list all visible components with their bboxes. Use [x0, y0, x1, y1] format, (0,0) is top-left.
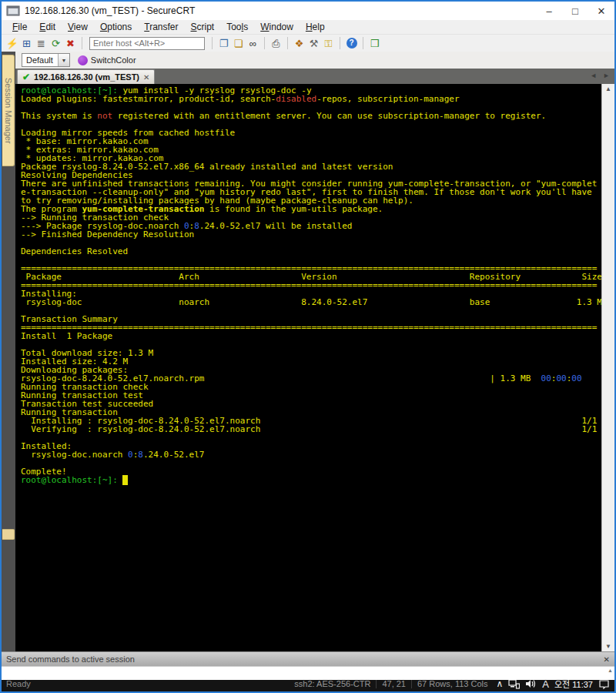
ime-indicator[interactable]: A: [542, 678, 549, 690]
copy-icon[interactable]: ❐: [216, 36, 231, 50]
menu-window[interactable]: Window: [254, 21, 300, 33]
toolbar-separator: [340, 37, 340, 49]
tab-scroll-left-icon[interactable]: ◄: [590, 72, 597, 79]
securecrt-window: 192.168.126.30 (vm_TEST) - SecureCRT – □…: [0, 0, 616, 693]
connected-check-icon: ✔: [22, 72, 30, 82]
terminal-line: Install 1 Package: [21, 332, 601, 340]
scroll-down-icon[interactable]: ▼: [605, 641, 611, 651]
key-icon[interactable]: ⚿: [321, 36, 336, 50]
menu-script[interactable]: Script: [185, 21, 221, 33]
command-input-row: ▲: [2, 666, 614, 676]
status-protocol: ssh2: AES-256-CTR: [294, 679, 370, 688]
session-manager-icon[interactable]: ≣: [34, 36, 49, 50]
toolbar-separator: [212, 37, 213, 49]
terminal-line: Verifying : rsyslog-doc-8.24.0-52.el7.no…: [21, 425, 601, 434]
session-manager-vertical-tab[interactable]: Session Manager: [2, 55, 15, 166]
notification-icon[interactable]: [598, 679, 610, 689]
network-icon[interactable]: [508, 679, 520, 689]
find-icon[interactable]: ∞: [246, 36, 260, 50]
window-title: 192.168.126.30 (vm_TEST) - SecureCRT: [25, 5, 195, 16]
print-icon[interactable]: ⎙: [269, 36, 283, 50]
close-icon[interactable]: ✕: [588, 2, 614, 20]
terminal-line: ========================================…: [21, 281, 601, 290]
toolbar-separator: [82, 37, 82, 49]
new-window-icon[interactable]: ❒: [367, 36, 382, 50]
sidebar-collapsed-tab[interactable]: [2, 529, 15, 540]
status-ready: Ready: [6, 679, 31, 688]
session-tab[interactable]: ✔ 192.168.126.30 (vm_TEST) ✕: [17, 69, 155, 84]
command-window-title: Send commands to active session: [6, 654, 135, 664]
session-manager-label: Session Manager: [4, 78, 13, 144]
menu-transfer[interactable]: Transfer: [138, 21, 184, 33]
tab-close-icon[interactable]: ✕: [143, 73, 149, 82]
connect-in-tab-icon[interactable]: ⊞: [19, 36, 34, 50]
properties-icon[interactable]: ❖: [292, 36, 306, 50]
sidebar-strip: Session Manager: [2, 52, 15, 651]
menu-options[interactable]: Options: [94, 21, 138, 33]
menu-file[interactable]: File: [6, 21, 33, 33]
menu-view[interactable]: View: [62, 21, 94, 33]
command-scroll-up-icon[interactable]: ▲: [608, 668, 613, 673]
terminal-line: --> Finished Dependency Resolution: [21, 230, 601, 239]
toolbar-separator: [264, 37, 265, 49]
terminal-line: [21, 459, 601, 467]
tray-chevron-up-icon[interactable]: ∧: [497, 678, 504, 689]
host-input[interactable]: [89, 37, 205, 50]
main-toolbar: ⚡⊞≣⟳✖ ❐❏∞ ⎙ ❖⚒⚿ ? ❒: [2, 35, 614, 52]
paste-icon[interactable]: ❏: [231, 36, 246, 50]
terminal-line: This system is not registered with an en…: [21, 112, 601, 120]
chevron-down-icon[interactable]: ▼: [58, 54, 69, 66]
maximize-icon[interactable]: □: [562, 2, 588, 20]
keymap-dropdown[interactable]: Default ▼: [22, 53, 70, 67]
session-options-icon[interactable]: ⚒: [306, 36, 321, 50]
switchcolor-icon[interactable]: [78, 55, 88, 65]
speaker-icon[interactable]: [525, 679, 537, 688]
menu-edit[interactable]: Edit: [33, 21, 62, 33]
app-icon: [6, 5, 20, 16]
disconnect-icon[interactable]: ✖: [63, 36, 78, 50]
session-toolbar: Default ▼ SwitchColor: [15, 52, 614, 69]
command-window-header[interactable]: Send commands to active session ✕: [2, 651, 614, 666]
terminal-line: [21, 434, 601, 442]
command-input[interactable]: [2, 671, 614, 680]
menu-bar: FileEditViewOptionsTransferScriptToolsWi…: [2, 20, 614, 35]
toolbar-separator: [287, 37, 288, 49]
title-bar: 192.168.126.30 (vm_TEST) - SecureCRT – □…: [2, 2, 614, 20]
terminal-line: rsyslog-doc noarch 8.24.0-52.el7 base 1.…: [21, 298, 601, 306]
toolbar-separator: [363, 37, 363, 49]
terminal-screen[interactable]: root@localhost:[~]: yum install -y rsysl…: [15, 84, 601, 651]
status-terminal-size: 67 Rows, 113 Cols: [417, 679, 488, 688]
reconnect-icon[interactable]: ⟳: [49, 36, 63, 50]
tab-bar: ✔ 192.168.126.30 (vm_TEST) ✕ ◄ ►: [15, 69, 614, 84]
help-icon[interactable]: ?: [344, 36, 359, 50]
quick-connect-icon[interactable]: ⚡: [5, 36, 19, 50]
switchcolor-button[interactable]: SwitchColor: [91, 55, 136, 65]
terminal-line: Dependencies Resolved: [21, 247, 601, 256]
terminal-scrollbar[interactable]: ▲ ▼: [601, 84, 614, 651]
menu-tools[interactable]: Tools: [220, 21, 254, 33]
session-tab-label: 192.168.126.30 (vm_TEST): [34, 72, 139, 82]
menu-help[interactable]: Help: [300, 21, 331, 33]
status-separator: [411, 679, 412, 688]
terminal-line: root@localhost:[~]:: [21, 476, 601, 484]
keymap-dropdown-value: Default: [22, 54, 58, 66]
status-cursor-position: 47, 21: [382, 679, 406, 688]
command-window-close-icon[interactable]: ✕: [604, 655, 610, 664]
scroll-up-icon[interactable]: ▲: [605, 84, 611, 94]
status-separator: [376, 679, 377, 688]
tab-scroll-right-icon[interactable]: ►: [603, 72, 610, 79]
minimize-icon[interactable]: –: [536, 2, 562, 20]
terminal-line: Loaded plugins: fastestmirror, product-i…: [21, 95, 601, 103]
terminal-line: rsyslog-doc.noarch 0:8.24.0-52.el7: [21, 450, 601, 459]
